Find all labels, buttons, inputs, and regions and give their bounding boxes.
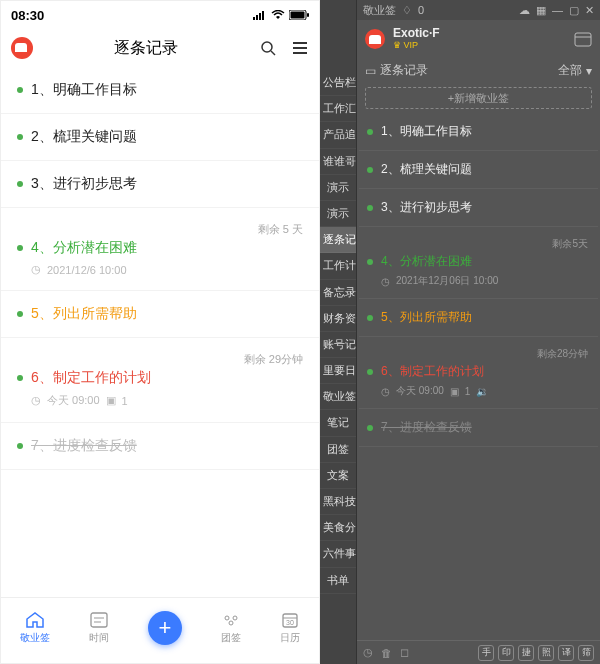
page-title: 逐条记录 [43, 38, 249, 59]
note-item[interactable]: 2、梳理关键问题 [359, 151, 598, 189]
menu-icon[interactable] [291, 39, 309, 57]
search-icon[interactable] [259, 39, 277, 57]
tab-team[interactable]: 团签 [221, 611, 241, 645]
clock-list-icon [89, 611, 109, 629]
note-title: 4、分析潜在困难 [381, 253, 472, 270]
note-title: 7、进度检查反馈 [381, 419, 472, 436]
bell-icon[interactable]: ♢ [402, 4, 412, 17]
dot-icon [367, 315, 373, 321]
sidebar-item[interactable]: 黑科技 [320, 489, 356, 515]
chevron-down-icon: ▾ [586, 64, 592, 78]
sidebar-item[interactable]: 工作计 [320, 253, 356, 279]
sidebar-item[interactable]: 逐条记录 [320, 227, 356, 253]
note-title: 6、制定工作的计划 [381, 363, 484, 380]
note-item[interactable]: 剩余5天4、分析潜在困难◷2021年12月06日 10:00 [359, 227, 598, 299]
svg-rect-1 [256, 15, 258, 20]
close-icon[interactable]: ✕ [585, 4, 594, 17]
sidebar-item[interactable]: 敬业签 [320, 384, 356, 410]
note-item[interactable]: 5、列出所需帮助 [359, 299, 598, 337]
vip-badge: ♛ VIP [393, 41, 440, 51]
note-title: 7、进度检查反馈 [31, 437, 137, 455]
dot-icon [17, 245, 23, 251]
clock-icon: ◷ [381, 276, 390, 287]
sidebar-item[interactable]: 产品追 [320, 122, 356, 148]
sidebar-item[interactable]: 谁谁哥 [320, 149, 356, 175]
note-item[interactable]: 1、明确工作目标 [1, 67, 319, 114]
sidebar-item[interactable]: 财务资 [320, 306, 356, 332]
footer-button[interactable]: 手 [478, 645, 494, 661]
mobile-note-list: 1、明确工作目标2、梳理关键问题3、进行初步思考剩余 5 天4、分析潜在困难◷2… [1, 67, 319, 597]
dot-icon [367, 369, 373, 375]
sub-title: 逐条记录 [380, 62, 428, 79]
sidebar-item[interactable]: 六件事 [320, 541, 356, 567]
note-item[interactable]: 剩余28分钟6、制定工作的计划◷今天 09:00 ▣1 🔉 [359, 337, 598, 409]
maximize-icon[interactable]: ▢ [569, 4, 579, 17]
tab-label: 团签 [221, 631, 241, 645]
svg-rect-2 [259, 13, 261, 20]
sidebar-item[interactable]: 里要日 [320, 358, 356, 384]
footer-button[interactable]: 译 [558, 645, 574, 661]
dot-icon [17, 311, 23, 317]
add-note-label: +新增敬业签 [448, 91, 509, 106]
app-logo-icon [365, 29, 385, 49]
mobile-pane: 08:30 逐条记录 1、明确工作目标2、梳理关键问题3、进行初步思考剩余 [0, 0, 320, 664]
svg-rect-12 [91, 613, 107, 627]
sidebar-item[interactable]: 团签 [320, 437, 356, 463]
footer-button[interactable]: 照 [538, 645, 554, 661]
image-icon: ▣ [450, 386, 459, 397]
tab-home[interactable]: 敬业签 [20, 611, 50, 645]
svg-rect-3 [262, 11, 264, 20]
note-title: 6、制定工作的计划 [31, 369, 151, 387]
note-item[interactable]: 7、进度检查反馈 [1, 423, 319, 470]
note-item[interactable]: 剩余 29分钟6、制定工作的计划◷今天 09:00 ▣1 [1, 338, 319, 423]
note-item[interactable]: 1、明确工作目标 [359, 113, 598, 151]
note-meta: ◷今天 09:00 ▣1 🔉 [381, 384, 588, 398]
tab-time[interactable]: 时间 [89, 611, 109, 645]
svg-point-17 [229, 621, 233, 625]
sidebar-item[interactable]: 笔记 [320, 410, 356, 436]
trash-icon[interactable]: 🗑 [381, 647, 392, 659]
note-item[interactable]: 7、进度检查反馈 [359, 409, 598, 447]
note-item[interactable]: 2、梳理关键问题 [1, 114, 319, 161]
calendar-icon[interactable] [574, 31, 592, 47]
note-item[interactable]: 剩余 5 天4、分析潜在困难◷2021/12/6 10:00 [1, 208, 319, 291]
tab-label: 时间 [89, 631, 109, 645]
sub-filter-all[interactable]: 全部 [558, 62, 582, 79]
clock-icon[interactable]: ◷ [363, 646, 373, 659]
desktop-footer: ◷ 🗑 ◻ 手印捷照译筛 [357, 640, 600, 664]
remain-label: 剩余 5 天 [17, 222, 303, 237]
sidebar-item[interactable]: 演示 [320, 201, 356, 227]
svg-rect-21 [575, 33, 591, 46]
svg-rect-5 [291, 12, 305, 19]
sidebar-item[interactable]: 书单 [320, 568, 356, 594]
note-item[interactable]: 3、进行初步思考 [359, 189, 598, 227]
note-item[interactable]: 3、进行初步思考 [1, 161, 319, 208]
sidebar-item[interactable]: 账号记 [320, 332, 356, 358]
remain-label: 剩余 29分钟 [17, 352, 303, 367]
mobile-header: 逐条记录 [1, 29, 319, 67]
sidebar-item[interactable]: 备忘录 [320, 280, 356, 306]
clock-icon: ◷ [31, 263, 41, 276]
sidebar-item[interactable]: 演示 [320, 175, 356, 201]
add-button[interactable]: + [148, 611, 182, 645]
footer-button[interactable]: 筛 [578, 645, 594, 661]
svg-point-16 [233, 616, 237, 620]
dot-icon [17, 134, 23, 140]
desktop-note-list: 1、明确工作目标2、梳理关键问题3、进行初步思考剩余5天4、分析潜在困难◷202… [357, 113, 600, 640]
sidebar-item[interactable]: 文案 [320, 463, 356, 489]
footer-button[interactable]: 印 [498, 645, 514, 661]
add-note-button[interactable]: +新增敬业签 [365, 87, 592, 109]
note-title: 1、明确工作目标 [31, 81, 137, 99]
cloud-icon[interactable]: ☁ [519, 4, 530, 17]
grid-icon[interactable]: ▦ [536, 4, 546, 17]
footer-button[interactable]: 捷 [518, 645, 534, 661]
minimize-icon[interactable]: — [552, 4, 563, 16]
tab-calendar[interactable]: 30 日历 [280, 611, 300, 645]
sidebar-item[interactable]: 工作汇 [320, 96, 356, 122]
status-icons [253, 10, 309, 20]
sidebar-item[interactable]: 公告栏 [320, 70, 356, 96]
sidebar-item[interactable]: 美食分 [320, 515, 356, 541]
tag-icon[interactable]: ◻ [400, 646, 409, 659]
desktop-pane: 敬业签 ♢ 0 ☁ ▦ — ▢ ✕ Exotic·F ♛ VIP ▭ 逐条记录 … [356, 0, 600, 664]
note-item[interactable]: 5、列出所需帮助 [1, 291, 319, 338]
